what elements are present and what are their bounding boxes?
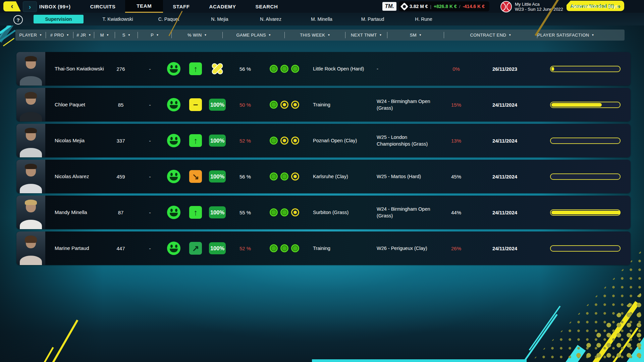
tm-logo: TM. (382, 2, 396, 11)
column-header[interactable]: PLAYER SATISFACTION ▼ (537, 30, 594, 41)
junior-ranking: - (138, 160, 162, 193)
column-header[interactable]: S ▼ (115, 30, 138, 41)
table-header: PLAYER ▼ # PRO ▼ # JR ▼ M ▼ S ▼ (15, 30, 625, 41)
column-label: % WIN (187, 33, 202, 38)
avatar-body (20, 112, 42, 121)
game-plan-green-filled-icon (270, 101, 278, 109)
happy-smiley-icon (167, 242, 180, 255)
player-tab[interactable]: H. Rune (398, 15, 449, 23)
happy-smiley-icon (167, 206, 180, 219)
academy-info[interactable]: My Little Aca W23 - Sun 12 June 2022 (500, 1, 563, 12)
column-header[interactable]: THIS WEEK ▼ (285, 30, 345, 41)
column-header[interactable]: NEXT TNMT ▼ (345, 30, 387, 41)
column-header[interactable]: # JR ▼ (73, 30, 94, 41)
column-label: PLAYER SATISFACTION (537, 33, 589, 38)
physical-cell: 100% (206, 196, 229, 229)
player-tabs: Supervision T. Kwiatkowski C. Paquet N. … (34, 13, 449, 25)
finance-badge[interactable]: 3.82 M € | +826.8 K € / -414.6 K € (399, 1, 489, 11)
player-name: Marine Partaud (45, 231, 104, 265)
game-plans-indicators (262, 160, 307, 193)
next-tournament: W24 - Birmingham Open (Grass) (374, 88, 443, 121)
form-trend-icon: ↑ (189, 206, 202, 219)
deco-stripe (36, 320, 78, 362)
sm-percentage: 44% (443, 196, 470, 229)
player-row[interactable]: Chloe Paquet 85 - − 100% 50 % Training W… (16, 88, 631, 121)
shape-cell: ↗ (185, 231, 206, 265)
nav-item[interactable]: TEAM (125, 0, 163, 13)
player-row[interactable]: Nicolas Alvarez 459 - ↘ 100% 56 % Karlsr… (16, 160, 631, 193)
column-header[interactable]: SM ▼ (387, 30, 444, 41)
column-header[interactable]: P ▼ (138, 30, 172, 41)
deco-stripe (559, 345, 586, 362)
contract-end-date: 24/11/2024 (470, 196, 540, 229)
column-header[interactable]: GAME PLANS ▼ (223, 30, 285, 41)
player-tab[interactable]: C. Paquet (143, 15, 194, 23)
avatar-head (26, 237, 36, 248)
player-row[interactable]: Nicolas Mejia 337 - ↑ 100% 52 % Poznań O… (16, 124, 631, 157)
avatar-head (26, 57, 36, 69)
help-button[interactable]: ? (13, 15, 23, 24)
income-amount: +826.8 K € (434, 4, 457, 9)
form-trend-icon: ↗ (189, 242, 202, 255)
column-label: S (122, 33, 125, 38)
physical-cell: 100% (206, 231, 229, 265)
finance-separator: | (430, 4, 431, 9)
player-tab[interactable]: M. Partaud (347, 15, 398, 23)
column-header[interactable]: % WIN ▼ (172, 30, 223, 41)
column-header[interactable]: PLAYER ▼ (15, 30, 46, 41)
shape-cell: ↑ (185, 124, 206, 157)
player-name: Thai-Son Kwiatkowski (45, 52, 104, 86)
game-plans-indicators (262, 231, 307, 265)
sort-caret-icon: ▼ (379, 34, 382, 37)
contract-end-date: 24/11/2024 (470, 124, 540, 157)
sort-caret-icon: ▼ (592, 34, 594, 37)
player-tab[interactable]: T. Kwiatkowski (92, 15, 143, 23)
avatar-head (26, 93, 36, 105)
player-avatar (16, 52, 45, 86)
this-week-activity: Surbiton (Grass) (307, 196, 374, 229)
column-header[interactable]: CONTRACT END ▼ (444, 30, 537, 41)
avatar-body (20, 148, 42, 157)
deco-stripe (39, 347, 54, 362)
pro-ranking: 337 (104, 124, 138, 157)
morale-cell (162, 231, 185, 265)
player-avatar (16, 196, 45, 229)
game-plan-green-filled-icon (270, 208, 278, 216)
game-plan-green-filled-icon (270, 244, 278, 252)
player-row[interactable]: Thai-Son Kwiatkowski 276 - ↑ 56 % Little… (16, 52, 631, 86)
avatar-body (20, 184, 42, 193)
win-percentage: 55 % (229, 196, 262, 229)
next-tournament: W25 - Martos (Hard) (374, 160, 443, 193)
junior-ranking: - (138, 231, 162, 265)
game-plan-green-filled-icon (280, 208, 288, 216)
chevron-left-icon: ‹ (11, 2, 13, 11)
deco-stripe (568, 301, 639, 362)
shape-cell: ↘ (185, 160, 206, 193)
nav-item[interactable]: ACADEMY (199, 0, 246, 13)
next-match-countdown: Next match in 1 days (572, 3, 619, 9)
nav-item[interactable]: INBOX (99+) (30, 0, 80, 13)
player-tab[interactable]: Supervision (34, 15, 84, 23)
player-tab[interactable]: N. Mejia (194, 15, 245, 23)
morale-cell (162, 196, 185, 229)
player-tab[interactable]: M. Minella (296, 15, 347, 23)
physical-state-icon (210, 62, 224, 76)
player-tab[interactable]: N. Alvarez (245, 15, 296, 23)
player-row[interactable]: Mandy Minella 87 - ↑ 100% 55 % Surbiton … (16, 196, 631, 229)
column-header[interactable]: M ▼ (94, 30, 115, 41)
satisfaction-bar-fill (551, 103, 602, 107)
game-plan-yellow-dot-icon (291, 101, 299, 109)
nav-item[interactable]: STAFF (163, 0, 199, 13)
satisfaction-bar (550, 245, 621, 252)
column-header[interactable]: # PRO ▼ (46, 30, 73, 41)
back-button[interactable]: ‹ (3, 1, 21, 11)
nav-item[interactable]: SEARCH (246, 0, 288, 13)
next-tournament: W24 - Birmingham Open (Grass) (374, 196, 443, 229)
nav-item[interactable]: CIRCUITS (80, 0, 125, 13)
player-row[interactable]: Marine Partaud 447 - ↗ 100% 52 % Trainin… (16, 231, 631, 265)
sm-percentage: 15% (443, 88, 470, 121)
physical-cell: 100% (206, 124, 229, 157)
deco-stripe (613, 335, 644, 362)
game-plan-yellow-dot-icon (291, 172, 299, 180)
column-label: CONTRACT END (470, 33, 506, 38)
